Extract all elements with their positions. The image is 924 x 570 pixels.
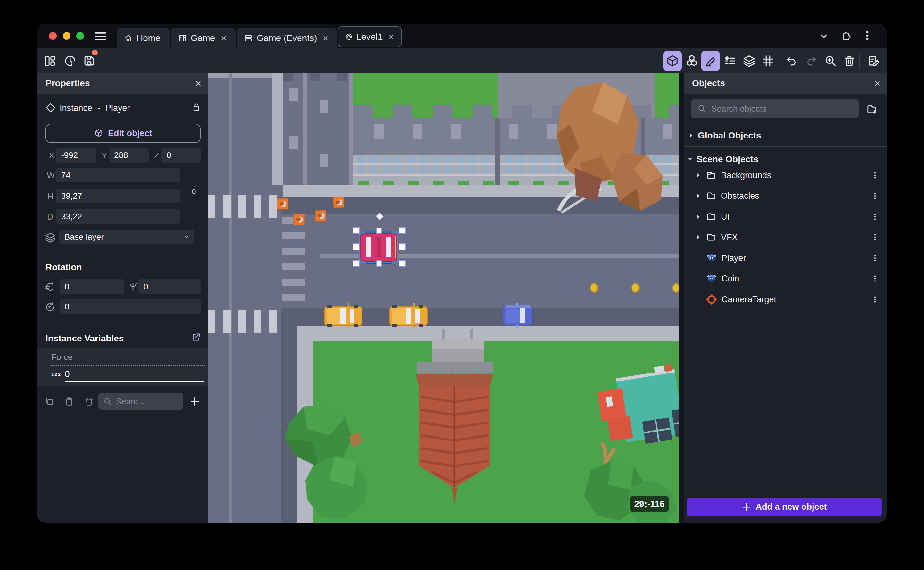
object-row-cameratarget[interactable]: CameraTarget [684, 290, 887, 310]
tab-label: Game [191, 33, 215, 43]
add-new-object-button[interactable]: Add a new object [687, 498, 882, 516]
tab-game[interactable]: Game × [171, 28, 236, 48]
tool-layers-button[interactable] [740, 51, 758, 71]
object-row-ui[interactable]: UI [684, 207, 887, 227]
global-objects-group[interactable]: Global Objects [684, 126, 887, 146]
rotation-y-field[interactable]: 0 [138, 279, 201, 294]
close-icon[interactable]: × [874, 78, 880, 89]
y-field[interactable]: 288 [109, 148, 149, 162]
tool-3d-view-button[interactable] [663, 51, 682, 71]
variable-value[interactable]: 0 [65, 369, 70, 379]
close-icon[interactable]: × [195, 78, 201, 89]
tab-close-icon[interactable]: × [323, 33, 328, 44]
x-field[interactable]: -992 [56, 148, 96, 162]
tool-grid-button[interactable] [759, 51, 777, 71]
zoom-in-button[interactable] [821, 51, 840, 71]
kebab-menu-icon[interactable] [871, 295, 879, 303]
kebab-menu-icon[interactable] [871, 233, 879, 241]
tab-label: Level1 [356, 32, 383, 42]
minimize-traffic-light[interactable] [63, 32, 70, 40]
layout-panels-button[interactable] [41, 51, 59, 71]
toolbar-divider [777, 53, 778, 69]
chevron-down-icon[interactable] [818, 31, 829, 42]
tab-level1[interactable]: Level1 × [338, 26, 402, 48]
folder-icon [706, 211, 716, 222]
save-button[interactable] [80, 51, 98, 71]
npc-car-yellow [324, 303, 362, 328]
chevron-right-icon [695, 172, 702, 179]
rotation-x-field[interactable]: 0 [60, 279, 124, 294]
delete-button[interactable] [840, 51, 858, 71]
layout-icon [44, 55, 57, 67]
group-divider [684, 146, 887, 147]
w-label: W [47, 170, 55, 181]
selected-player-car[interactable] [359, 231, 397, 264]
object-row-player[interactable]: Player [684, 248, 887, 268]
x-label: X [49, 151, 54, 161]
kebab-menu-icon[interactable] [871, 254, 879, 262]
history-clock-icon [64, 55, 76, 67]
external-link-icon[interactable] [191, 332, 201, 342]
add-variable-plus-icon[interactable] [189, 395, 200, 407]
folder-icon [706, 170, 716, 181]
object-label: Backgrounds [721, 170, 771, 181]
variable-type-badge: 123 [51, 372, 61, 377]
undo-button[interactable] [782, 51, 801, 71]
open-events-editor-button[interactable] [864, 51, 883, 71]
npc-car-blue [503, 303, 533, 328]
objects-search-input[interactable]: Search objects [691, 100, 858, 118]
tool-objects-button[interactable] [683, 51, 701, 71]
tab-home[interactable]: Home [117, 28, 170, 48]
group-label: Global Objects [698, 130, 761, 141]
instance-separator: - [98, 103, 100, 113]
rotate-x-icon [44, 282, 55, 293]
tab-game-events[interactable]: Game (Events) × [237, 28, 337, 48]
kebab-menu-icon[interactable] [871, 171, 879, 179]
w-field[interactable]: 74 [56, 168, 180, 182]
object-row-vfx[interactable]: VFX [684, 227, 887, 247]
scene-canvas[interactable]: 29;-116 [208, 73, 679, 522]
add-folder-icon[interactable] [866, 103, 878, 115]
kebab-menu-icon[interactable] [861, 29, 874, 42]
paste-icon[interactable] [64, 396, 74, 406]
extensions-puzzle-icon[interactable] [840, 29, 852, 42]
objects-panel: Objects × Search objects Global Objects … [684, 73, 887, 522]
copy-icon[interactable] [44, 396, 55, 406]
history-button[interactable] [61, 51, 79, 71]
unlock-icon[interactable] [191, 102, 201, 112]
rotation-z-field[interactable]: 0 [60, 299, 201, 314]
scene-icon [345, 32, 353, 42]
variable-name[interactable]: Force [51, 352, 72, 362]
redo-button[interactable] [802, 51, 821, 71]
instance-object-name: Player [105, 103, 130, 113]
zoom-traffic-light[interactable] [76, 32, 84, 40]
tool-instances-list-button[interactable] [721, 51, 739, 71]
objects-panel-header: Objects × [684, 73, 887, 93]
kebab-menu-icon[interactable] [871, 213, 879, 221]
edit-object-button[interactable]: Edit object [46, 124, 200, 143]
instance-label: Instance [60, 103, 92, 113]
close-traffic-light[interactable] [49, 32, 57, 40]
camera-target-icon [706, 294, 717, 305]
d-field[interactable]: 33,22 [56, 209, 180, 224]
object-row-backgrounds[interactable]: Backgrounds [684, 165, 887, 185]
h-field[interactable]: 39,27 [56, 188, 180, 203]
trash-icon[interactable] [84, 396, 94, 406]
tab-label: Home [136, 33, 160, 43]
scene-render [208, 73, 679, 522]
kebab-menu-icon[interactable] [871, 274, 879, 283]
variables-search-input[interactable]: Searc... [98, 393, 183, 410]
layer-select[interactable]: Base layer [59, 230, 194, 244]
link-size-icon[interactable] [189, 187, 198, 196]
pencil-icon [704, 55, 717, 67]
hamburger-menu-icon[interactable] [95, 32, 106, 41]
tab-close-icon[interactable]: × [388, 31, 394, 42]
z-field[interactable]: 0 [162, 148, 201, 162]
blocks-icon [685, 55, 698, 67]
screenshot-stage: Home Game × Game (Events) × Level1 × [0, 0, 924, 570]
object-row-coin[interactable]: Coin [684, 269, 887, 288]
tab-close-icon[interactable]: × [221, 33, 226, 44]
tool-edit-button[interactable] [701, 51, 720, 71]
kebab-menu-icon[interactable] [871, 192, 879, 200]
object-row-obstacles[interactable]: Obstacles [684, 186, 887, 206]
